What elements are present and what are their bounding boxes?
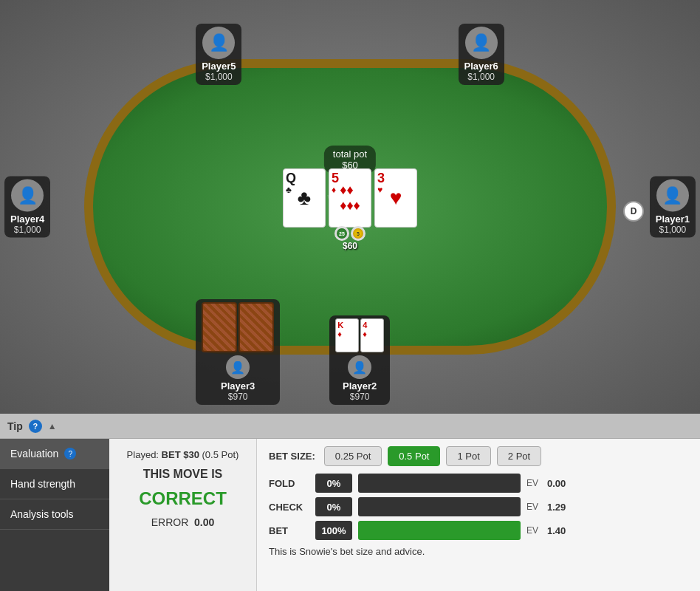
player4-stack: $1,000 (10, 225, 44, 235)
player5-stack: $1,000 (202, 72, 236, 82)
player1-name: Player1 (656, 213, 690, 225)
player3-avatar: 👤 (226, 355, 250, 379)
bet-size-05pot[interactable]: 0.5 Pot (388, 446, 440, 466)
player6-stack: $1,000 (464, 72, 498, 82)
hand-strength-label: Hand strength (10, 478, 75, 490)
bet-ev-value: 1.40 (547, 525, 573, 536)
sidebar-item-analysis-tools[interactable]: Analysis tools (0, 499, 109, 530)
error-value: 0.00 (194, 516, 214, 528)
action-row-fold: FOLD 0% EV 0.00 (269, 474, 688, 493)
player5-box: 👤 Player5 $1,000 (196, 24, 241, 85)
evaluation-help-icon[interactable]: ? (64, 448, 76, 460)
player2-name: Player2 (335, 380, 384, 392)
check-bar (358, 497, 521, 516)
player2-box: K ♦ 4 ♦ 👤 Player2 $970 (329, 315, 390, 405)
player2-card1: K ♦ (335, 318, 359, 352)
fold-ev-value: 0.00 (547, 478, 573, 489)
eval-correct-text: THIS MOVE IS (120, 468, 246, 481)
player1-stack: $1,000 (656, 225, 690, 235)
player3-name: Player3 (202, 380, 274, 392)
eval-panel: Played: BET $30 (0.5 Pot) THIS MOVE IS C… (109, 439, 257, 591)
bet-size-2pot[interactable]: 2 Pot (497, 446, 541, 466)
community-card-1: Q ♣ ♣ (283, 168, 326, 228)
player2-stack: $970 (335, 392, 384, 402)
bottom-panel: Tip ? ▲ Evaluation ? Hand strength Analy… (0, 414, 700, 591)
center-chips: 25 5 $60 (334, 226, 366, 251)
player2-cards: K ♦ 4 ♦ (335, 318, 384, 352)
community-card-3: 3 ♥ ♥ (374, 168, 417, 228)
fold-ev-label: EV (526, 478, 541, 488)
poker-table: OWIE total pot $60 Q ♣ ♣ 5 ♦ ♦♦♦♦♦ 3 ♥ ♥ (84, 59, 616, 355)
player3-card1 (202, 302, 237, 352)
analysis-panel: BET SIZE: 0.25 Pot 0.5 Pot 1 Pot 2 Pot F… (257, 439, 700, 591)
bet-size-row: BET SIZE: 0.25 Pot 0.5 Pot 1 Pot 2 Pot (269, 446, 688, 466)
chevron-up-icon[interactable]: ▲ (48, 421, 57, 431)
player5-name: Player5 (202, 61, 236, 72)
player4-avatar: 👤 (11, 180, 44, 212)
check-pct: 0% (315, 497, 352, 516)
played-label: Played: BET $30 (0.5 Pot) (127, 449, 239, 460)
bet-size-label: BET SIZE: (269, 451, 315, 462)
analysis-tools-label: Analysis tools (10, 508, 74, 520)
player2-avatar: 👤 (348, 355, 371, 379)
player1-box: 👤 Player1 $1,000 (650, 177, 696, 238)
eval-error: ERROR 0.00 (120, 516, 246, 528)
player4-name: Player4 (10, 213, 44, 225)
action-row-check: CHECK 0% EV 1.29 (269, 497, 688, 516)
check-ev-label: EV (526, 502, 541, 512)
bet-size-025pot[interactable]: 0.25 Pot (324, 446, 382, 466)
tip-label: Tip (7, 420, 23, 432)
player1-avatar: 👤 (656, 180, 689, 212)
player3-box: 👤 Player3 $970 (196, 299, 280, 405)
player2-card2: 4 ♦ (360, 318, 384, 352)
sidebar: Evaluation ? Hand strength Analysis tool… (0, 439, 109, 591)
bet-bar (358, 521, 521, 540)
player6-avatar: 👤 (465, 27, 498, 59)
main-content: Played: BET $30 (0.5 Pot) THIS MOVE IS C… (109, 439, 700, 591)
player6-box: 👤 Player6 $1,000 (459, 24, 504, 85)
action-row-bet: BET 100% EV 1.40 (269, 521, 688, 540)
sidebar-item-evaluation[interactable]: Evaluation ? (0, 439, 109, 469)
bet-label: BET (269, 525, 309, 536)
player5-avatar: 👤 (202, 27, 235, 59)
player6-name: Player6 (464, 61, 498, 72)
bet-size-1pot[interactable]: 1 Pot (446, 446, 490, 466)
evaluation-label: Evaluation (10, 448, 58, 460)
sidebar-item-hand-strength[interactable]: Hand strength (0, 469, 109, 499)
bet-ev-label: EV (526, 525, 541, 536)
player3-stack: $970 (202, 392, 274, 402)
dealer-button: D (623, 201, 644, 222)
check-label: CHECK (269, 502, 309, 513)
player3-card2 (239, 302, 274, 352)
community-card-2: 5 ♦ ♦♦♦♦♦ (329, 168, 371, 228)
community-cards: Q ♣ ♣ 5 ♦ ♦♦♦♦♦ 3 ♥ ♥ (283, 168, 417, 228)
table-area: OWIE total pot $60 Q ♣ ♣ 5 ♦ ♦♦♦♦♦ 3 ♥ ♥ (0, 0, 700, 414)
eval-correct-value: CORRECT (120, 488, 246, 509)
player4-box: 👤 Player4 $1,000 (4, 177, 50, 238)
tip-help-icon[interactable]: ? (29, 420, 42, 433)
snowie-advice: This is Snowie's bet size and advice. (269, 546, 688, 557)
fold-pct: 0% (315, 474, 352, 493)
chips-amount: $60 (343, 241, 357, 251)
tip-bar: Tip ? ▲ (0, 414, 700, 439)
eval-played: Played: BET $30 (0.5 Pot) (120, 449, 246, 460)
fold-label: FOLD (269, 478, 309, 489)
player3-cards (202, 302, 274, 352)
check-ev-value: 1.29 (547, 502, 573, 513)
fold-bar (358, 474, 521, 493)
pot-label: total pot (333, 148, 367, 160)
error-label: ERROR (151, 516, 189, 528)
bet-pct: 100% (315, 521, 352, 540)
